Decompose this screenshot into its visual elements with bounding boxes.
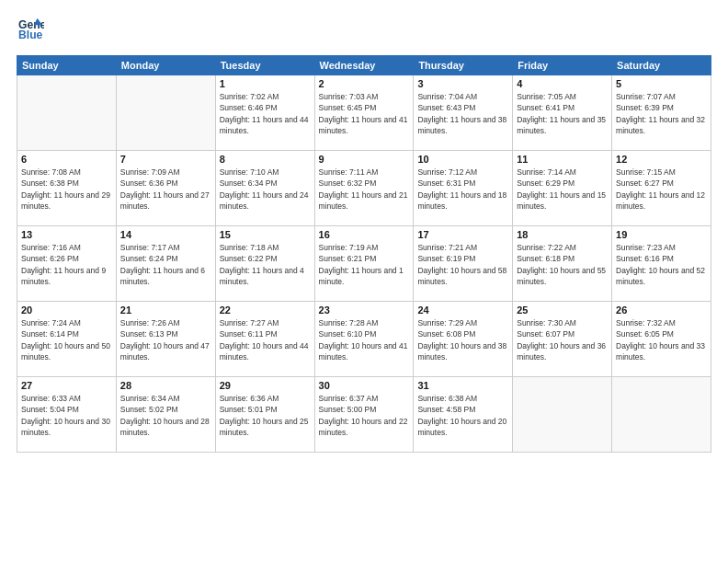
logo: General Blue	[17, 17, 44, 46]
calendar-cell: 17Sunrise: 7:21 AM Sunset: 6:19 PM Dayli…	[414, 226, 513, 302]
calendar-cell: 24Sunrise: 7:29 AM Sunset: 6:08 PM Dayli…	[414, 302, 513, 377]
calendar-cell: 22Sunrise: 7:27 AM Sunset: 6:11 PM Dayli…	[215, 302, 314, 377]
day-info: Sunrise: 7:14 AM Sunset: 6:29 PM Dayligh…	[517, 167, 608, 212]
week-row-0: 1Sunrise: 7:02 AM Sunset: 6:46 PM Daylig…	[17, 75, 711, 151]
calendar-cell: 31Sunrise: 6:38 AM Sunset: 4:58 PM Dayli…	[414, 377, 513, 453]
day-info: Sunrise: 7:32 AM Sunset: 6:05 PM Dayligh…	[616, 317, 707, 362]
day-number: 8	[220, 154, 311, 165]
day-info: Sunrise: 7:10 AM Sunset: 6:34 PM Dayligh…	[220, 167, 311, 212]
day-number: 11	[517, 154, 608, 165]
day-info: Sunrise: 6:33 AM Sunset: 5:04 PM Dayligh…	[21, 393, 112, 438]
week-row-1: 6Sunrise: 7:08 AM Sunset: 6:38 PM Daylig…	[17, 151, 711, 226]
calendar-cell: 6Sunrise: 7:08 AM Sunset: 6:38 PM Daylig…	[17, 151, 117, 226]
day-number: 6	[21, 154, 112, 165]
calendar-cell: 29Sunrise: 6:36 AM Sunset: 5:01 PM Dayli…	[215, 377, 314, 453]
weekday-sunday: Sunday	[17, 56, 117, 75]
day-number: 9	[319, 154, 410, 165]
calendar-cell: 18Sunrise: 7:22 AM Sunset: 6:18 PM Dayli…	[513, 226, 612, 302]
day-number: 25	[517, 304, 608, 316]
calendar-cell: 23Sunrise: 7:28 AM Sunset: 6:10 PM Dayli…	[314, 302, 414, 377]
calendar-cell: 12Sunrise: 7:15 AM Sunset: 6:27 PM Dayli…	[612, 151, 711, 226]
day-info: Sunrise: 7:02 AM Sunset: 6:46 PM Dayligh…	[220, 91, 311, 136]
calendar-cell: 16Sunrise: 7:19 AM Sunset: 6:21 PM Dayli…	[314, 226, 414, 302]
weekday-saturday: Saturday	[612, 56, 711, 75]
day-info: Sunrise: 7:11 AM Sunset: 6:32 PM Dayligh…	[319, 167, 410, 212]
day-number: 22	[220, 304, 311, 316]
day-info: Sunrise: 7:21 AM Sunset: 6:19 PM Dayligh…	[417, 242, 508, 287]
day-number: 2	[319, 78, 410, 89]
calendar-page: General Blue SundayMondayTuesdayWednesda…	[0, 0, 728, 563]
calendar-cell: 5Sunrise: 7:07 AM Sunset: 6:39 PM Daylig…	[612, 75, 711, 151]
day-number: 12	[616, 154, 707, 165]
day-info: Sunrise: 7:18 AM Sunset: 6:22 PM Dayligh…	[220, 242, 311, 287]
day-number: 21	[120, 304, 211, 316]
calendar-cell: 11Sunrise: 7:14 AM Sunset: 6:29 PM Dayli…	[513, 151, 612, 226]
week-row-2: 13Sunrise: 7:16 AM Sunset: 6:26 PM Dayli…	[17, 226, 711, 302]
day-number: 10	[417, 154, 508, 165]
day-info: Sunrise: 7:30 AM Sunset: 6:07 PM Dayligh…	[517, 317, 608, 362]
day-info: Sunrise: 6:36 AM Sunset: 5:01 PM Dayligh…	[220, 393, 311, 438]
day-info: Sunrise: 7:03 AM Sunset: 6:45 PM Dayligh…	[319, 91, 410, 136]
day-number: 3	[417, 78, 508, 89]
calendar-cell: 8Sunrise: 7:10 AM Sunset: 6:34 PM Daylig…	[215, 151, 314, 226]
day-number: 26	[616, 304, 707, 316]
calendar-cell: 21Sunrise: 7:26 AM Sunset: 6:13 PM Dayli…	[116, 302, 215, 377]
day-number: 16	[319, 229, 410, 240]
day-info: Sunrise: 7:29 AM Sunset: 6:08 PM Dayligh…	[417, 317, 508, 362]
day-number: 28	[120, 380, 211, 391]
day-info: Sunrise: 7:07 AM Sunset: 6:39 PM Dayligh…	[616, 91, 707, 136]
calendar-cell	[612, 377, 711, 453]
day-number: 15	[220, 229, 311, 240]
calendar-cell: 28Sunrise: 6:34 AM Sunset: 5:02 PM Dayli…	[116, 377, 215, 453]
day-info: Sunrise: 7:15 AM Sunset: 6:27 PM Dayligh…	[616, 167, 707, 212]
day-info: Sunrise: 7:04 AM Sunset: 6:43 PM Dayligh…	[417, 91, 508, 136]
calendar-cell: 13Sunrise: 7:16 AM Sunset: 6:26 PM Dayli…	[17, 226, 117, 302]
day-number: 30	[319, 380, 410, 391]
week-row-3: 20Sunrise: 7:24 AM Sunset: 6:14 PM Dayli…	[17, 302, 711, 377]
day-info: Sunrise: 7:23 AM Sunset: 6:16 PM Dayligh…	[616, 242, 707, 287]
day-info: Sunrise: 7:16 AM Sunset: 6:26 PM Dayligh…	[21, 242, 112, 287]
day-number: 4	[517, 78, 608, 89]
day-info: Sunrise: 7:27 AM Sunset: 6:11 PM Dayligh…	[220, 317, 311, 362]
day-number: 19	[616, 229, 707, 240]
calendar-cell: 19Sunrise: 7:23 AM Sunset: 6:16 PM Dayli…	[612, 226, 711, 302]
day-info: Sunrise: 7:28 AM Sunset: 6:10 PM Dayligh…	[319, 317, 410, 362]
week-row-4: 27Sunrise: 6:33 AM Sunset: 5:04 PM Dayli…	[17, 377, 711, 453]
weekday-friday: Friday	[513, 56, 612, 75]
header: General Blue	[17, 17, 711, 46]
calendar-cell: 27Sunrise: 6:33 AM Sunset: 5:04 PM Dayli…	[17, 377, 117, 453]
day-number: 23	[319, 304, 410, 316]
weekday-wednesday: Wednesday	[314, 56, 414, 75]
day-info: Sunrise: 7:26 AM Sunset: 6:13 PM Dayligh…	[120, 317, 211, 362]
weekday-header: SundayMondayTuesdayWednesdayThursdayFrid…	[17, 56, 711, 75]
weekday-thursday: Thursday	[414, 56, 513, 75]
day-number: 7	[120, 154, 211, 165]
calendar-cell: 26Sunrise: 7:32 AM Sunset: 6:05 PM Dayli…	[612, 302, 711, 377]
day-number: 27	[21, 380, 112, 391]
day-info: Sunrise: 7:12 AM Sunset: 6:31 PM Dayligh…	[417, 167, 508, 212]
logo-icon: General Blue	[18, 17, 44, 42]
day-number: 13	[21, 229, 112, 240]
calendar-cell	[17, 75, 117, 151]
day-info: Sunrise: 7:17 AM Sunset: 6:24 PM Dayligh…	[120, 242, 211, 287]
calendar-cell: 3Sunrise: 7:04 AM Sunset: 6:43 PM Daylig…	[414, 75, 513, 151]
calendar-cell	[116, 75, 215, 151]
calendar-table: SundayMondayTuesdayWednesdayThursdayFrid…	[17, 55, 711, 453]
day-info: Sunrise: 7:09 AM Sunset: 6:36 PM Dayligh…	[120, 167, 211, 212]
calendar-cell: 7Sunrise: 7:09 AM Sunset: 6:36 PM Daylig…	[116, 151, 215, 226]
svg-text:Blue: Blue	[18, 29, 43, 41]
day-number: 1	[220, 78, 311, 89]
day-info: Sunrise: 7:05 AM Sunset: 6:41 PM Dayligh…	[517, 91, 608, 136]
calendar-cell: 14Sunrise: 7:17 AM Sunset: 6:24 PM Dayli…	[116, 226, 215, 302]
weekday-monday: Monday	[116, 56, 215, 75]
day-number: 14	[120, 229, 211, 240]
day-number: 31	[417, 380, 508, 391]
calendar-cell: 9Sunrise: 7:11 AM Sunset: 6:32 PM Daylig…	[314, 151, 414, 226]
calendar-cell: 15Sunrise: 7:18 AM Sunset: 6:22 PM Dayli…	[215, 226, 314, 302]
day-info: Sunrise: 7:24 AM Sunset: 6:14 PM Dayligh…	[21, 317, 112, 362]
calendar-cell: 2Sunrise: 7:03 AM Sunset: 6:45 PM Daylig…	[314, 75, 414, 151]
day-number: 18	[517, 229, 608, 240]
calendar-cell	[513, 377, 612, 453]
day-number: 29	[220, 380, 311, 391]
calendar-cell: 30Sunrise: 6:37 AM Sunset: 5:00 PM Dayli…	[314, 377, 414, 453]
